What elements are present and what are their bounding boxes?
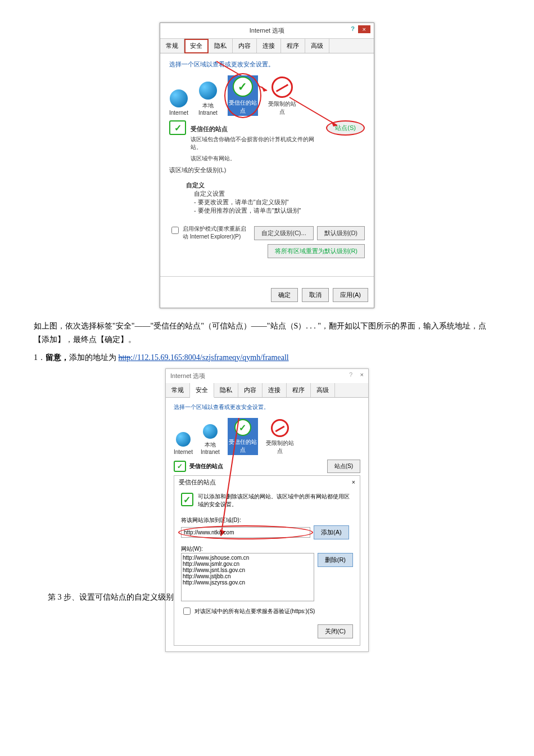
note-url-strike: http: [119, 353, 131, 362]
dialog-titlebar: Internet 选项 ? ×: [160, 23, 374, 39]
reset-all-button[interactable]: 将所有区域重置为默认级别(R): [268, 244, 365, 258]
https-checkbox[interactable]: [183, 608, 191, 615]
note-url-text: ://112.15.69.165:8004/szjsframeqy/qymh/f…: [130, 353, 288, 362]
protected-mode-checkbox[interactable]: [171, 227, 179, 234]
d2-tab-privacy[interactable]: 隐私: [214, 383, 238, 397]
d2-tab-advanced[interactable]: 高级: [311, 383, 335, 397]
sites-listbox[interactable]: http://www.jshouse.com.cn http://www.jsm…: [181, 553, 314, 601]
add-button[interactable]: 添加(A): [314, 525, 349, 539]
d2-zone-restricted[interactable]: 受限制的站点: [266, 419, 294, 455]
close-icon[interactable]: ×: [358, 25, 370, 33]
https-check-label: 对该区域中的所有站点要求服务器验证(https:)(S): [194, 608, 315, 615]
tabs: 常规 安全 隐私 内容 连接 程序 高级: [160, 39, 374, 53]
zone-prompt: 选择一个区域以查看或更改安全设置。: [169, 60, 365, 69]
trusted-big-icon: ✓: [169, 120, 186, 135]
protected-mode-label: 启用保护模式(要求重新启动 Internet Explorer)(P): [183, 225, 251, 241]
trusted-desc1: 该区域包含你确信不会损害你的计算机或文件的网站。: [191, 136, 322, 151]
list-item[interactable]: http://www.jstjbb.cn: [183, 573, 313, 579]
add-label: 将该网站添加到区域(D):: [181, 516, 353, 524]
d2-zone-restricted-l2: 点: [266, 447, 294, 455]
cancel-button[interactable]: 取消: [302, 288, 329, 302]
note-rest: 添加的地址为: [69, 353, 119, 362]
tab-privacy[interactable]: 隐私: [209, 39, 233, 53]
ok-button[interactable]: 确定: [271, 288, 298, 302]
d2-zone-trusted-l2: 点: [229, 446, 257, 454]
d2-zone-trusted-l1: 受信任的站: [229, 438, 257, 446]
custom-line2: - 要使用推荐的设置，请单击"默认级别": [194, 206, 365, 215]
apply-button[interactable]: 应用(A): [333, 288, 368, 302]
level-label: 该区域的安全级别(L): [169, 166, 365, 174]
default-level-button[interactable]: 默认级别(D): [317, 226, 365, 240]
list-item[interactable]: http://www.jsnt.lss.gov.cn: [183, 567, 313, 573]
zone-intranet-l2: Intranet: [198, 110, 218, 116]
zone-internet-label: Internet: [169, 110, 188, 116]
d2-tab-content[interactable]: 内容: [238, 383, 263, 397]
note-line: 1．留意，添加的地址为 http://112.15.69.165:8004/sz…: [34, 351, 500, 364]
remove-button[interactable]: 删除(R): [318, 553, 353, 567]
d2-prompt: 选择一个区域以查看或更改安全设置。: [174, 403, 360, 411]
trusted-sites-subdialog: 受信任的站点 × ✓ 可以添加和删除该区域的网站。该区域中的所有网站都使用区域的…: [174, 475, 360, 646]
d2-tab-security[interactable]: 安全: [190, 383, 214, 398]
custom-line1: - 要更改设置，请单击"自定义级别": [194, 198, 365, 206]
d2-zone-intranet[interactable]: 本地Intranet: [201, 424, 220, 455]
list-label: 网站(W):: [181, 545, 353, 553]
zone-internet[interactable]: Internet: [169, 89, 188, 116]
dialog2-help-icon[interactable]: ?: [349, 371, 352, 378]
tab-security[interactable]: 安全: [184, 39, 209, 53]
note-bold: 留意，: [46, 353, 69, 362]
zone-restricted-l1: 受限制的站: [268, 100, 296, 108]
d2-zone-trusted[interactable]: ✓受信任的站点: [228, 418, 258, 455]
tab-content[interactable]: 内容: [233, 39, 257, 53]
help-icon[interactable]: ?: [351, 25, 355, 32]
dialog-title: Internet 选项: [250, 27, 284, 34]
zone-intranet[interactable]: 本地Intranet: [198, 82, 218, 116]
d2-zone-internet[interactable]: Internet: [174, 432, 193, 455]
zone-trusted-l1: 受信任的站: [229, 99, 257, 107]
d2-zone-intranet-l1: 本地: [201, 441, 220, 449]
d2-tab-general[interactable]: 常规: [166, 383, 190, 397]
d2-tab-connections[interactable]: 连接: [263, 383, 287, 397]
dialog2-title: Internet 选项: [170, 372, 205, 379]
zone-restricted[interactable]: 受限制的站点: [268, 76, 296, 116]
d2-sites-button[interactable]: 站点(S): [327, 460, 360, 473]
zone-trusted-l2: 点: [229, 107, 257, 115]
subdialog-close-icon[interactable]: ×: [352, 479, 355, 487]
instruction-paragraph: 如上图，依次选择标签"安全"——"受信任的站点"（可信站点）——"站点（S）. …: [34, 320, 500, 346]
list-item[interactable]: http://www.jszyrss.gov.cn: [183, 579, 313, 586]
zone-restricted-l2: 点: [268, 108, 296, 116]
add-site-input[interactable]: http://www.ntko.com: [181, 527, 310, 538]
note-url[interactable]: http://112.15.69.165:8004/szjsframeqy/qy…: [119, 353, 289, 362]
dialog2-titlebar: Internet 选项 ? ×: [166, 369, 368, 383]
internet-options-dialog: Internet 选项 ? × 常规 安全 隐私 内容 连接 程序 高级 选择一…: [160, 22, 374, 308]
note-prefix: 1．: [34, 353, 46, 362]
d2-trusted-heading: 受信任的站点: [189, 462, 223, 470]
tab-programs[interactable]: 程序: [281, 39, 305, 53]
internet-options-dialog-2: Internet 选项 ? × 常规 安全 隐私 内容 连接 程序 高级 选择一…: [165, 368, 369, 652]
list-item[interactable]: http://www.jshouse.com.cn: [183, 555, 313, 561]
dialog2-close-icon[interactable]: ×: [360, 371, 364, 378]
trusted-heading: 受信任的站点: [191, 125, 322, 133]
trusted-desc2: 该区域中有网站。: [191, 155, 322, 163]
subdialog-desc: 可以添加和删除该区域的网站。该区域中的所有网站都使用区域的安全设置。: [198, 493, 353, 508]
custom-title: 自定义: [186, 181, 365, 190]
tab-advanced[interactable]: 高级: [305, 39, 329, 53]
d2-trusted-icon: ✓: [174, 461, 186, 472]
sites-button[interactable]: 站点(S): [326, 120, 365, 136]
list-item[interactable]: http://www.jsmlr.gov.cn: [183, 561, 313, 567]
d2-zone-internet-label: Internet: [174, 449, 193, 455]
custom-sub: 自定义设置: [194, 190, 365, 198]
custom-level-button[interactable]: 自定义级别(C)...: [254, 226, 313, 240]
close-button[interactable]: 关闭(C): [318, 624, 353, 638]
step-3-heading: 第 3 步、设置可信站点的自定义级别: [48, 592, 174, 602]
subdialog-check-icon: ✓: [181, 493, 193, 506]
tab-general[interactable]: 常规: [160, 39, 184, 53]
zone-intranet-l1: 本地: [198, 102, 218, 110]
zone-trusted[interactable]: ✓受信任的站点: [228, 75, 258, 116]
d2-tab-programs[interactable]: 程序: [287, 383, 311, 397]
subdialog-title: 受信任的站点: [179, 479, 216, 487]
tab-connections[interactable]: 连接: [257, 39, 281, 53]
d2-zone-intranet-l2: Intranet: [201, 449, 220, 455]
d2-zone-restricted-l1: 受限制的站: [266, 439, 294, 447]
